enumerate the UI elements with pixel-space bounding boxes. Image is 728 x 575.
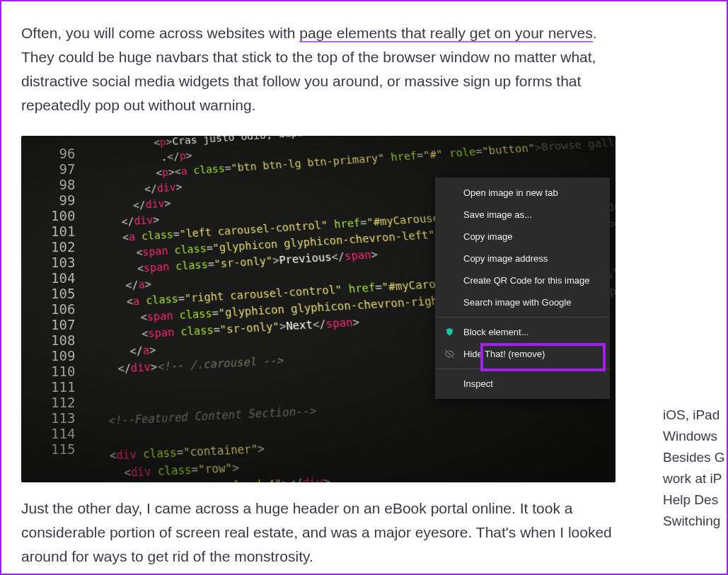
sidebar-line: work at iP	[663, 468, 727, 489]
line-number: 112	[51, 395, 75, 411]
line-number-gutter: 9697989910010110210310410510610710810911…	[51, 146, 75, 458]
line-number: 110	[51, 364, 75, 380]
context-menu-block-element[interactable]: Block element...	[435, 321, 610, 343]
context-menu-item[interactable]: Copy image address	[435, 248, 610, 269]
sidebar-line: Windows	[663, 426, 727, 447]
line-number: 96	[51, 146, 75, 162]
line-number: 99	[51, 193, 75, 209]
sidebar-line: Besides G	[663, 447, 727, 468]
context-menu: Open image in new tabSave image as...Cop…	[435, 178, 610, 399]
line-number: 104	[51, 271, 75, 286]
line-number: 113	[51, 411, 75, 426]
context-menu-item[interactable]: Create QR Code for this image	[435, 269, 610, 291]
context-menu-inspect[interactable]: Inspect	[435, 373, 610, 395]
line-number: 109	[51, 349, 75, 364]
line-number: 103	[51, 255, 75, 271]
line-number: 107	[51, 318, 75, 333]
context-menu-item-label: Hide That! (remove)	[463, 349, 545, 359]
context-menu-divider	[435, 317, 610, 318]
line-number: 115	[51, 442, 75, 458]
line-number: 101	[51, 224, 75, 240]
context-menu-item[interactable]: Copy image	[435, 226, 610, 248]
sidebar-line: Switching	[663, 511, 727, 532]
line-number: 111	[51, 380, 75, 395]
line-number: 102	[51, 240, 75, 255]
sidebar-line: Help Des	[663, 489, 727, 511]
context-menu-item-label: Block element...	[463, 327, 529, 337]
sidebar-line: iOS, iPad	[663, 405, 727, 426]
context-menu-item[interactable]: Open image in new tab	[435, 182, 610, 204]
line-number: 114	[51, 426, 75, 442]
context-menu-hide-that[interactable]: Hide That! (remove)	[435, 343, 610, 365]
eye-off-icon	[444, 349, 455, 360]
second-paragraph: Just the other day, I came across a huge…	[21, 496, 632, 569]
code-screenshot-image[interactable]: 9697989910010110210310410510610710810911…	[21, 136, 616, 482]
context-menu-item[interactable]: Save image as...	[435, 204, 610, 226]
para1-pre: Often, you will come across websites wit…	[21, 25, 299, 41]
line-number: 97	[51, 162, 75, 178]
shield-icon	[444, 327, 455, 338]
intro-paragraph: Often, you will come across websites wit…	[21, 21, 632, 117]
line-number: 108	[51, 333, 75, 349]
sidebar-partial-text: iOS, iPadWindowsBesides Gwork at iPHelp …	[663, 405, 727, 532]
page-elements-link[interactable]: page elements that really get on your ne…	[299, 25, 592, 42]
context-menu-item[interactable]: Search image with Google	[435, 291, 610, 313]
line-number: 106	[51, 302, 75, 318]
context-menu-divider	[435, 368, 610, 369]
line-number: 105	[51, 286, 75, 302]
line-number: 100	[51, 209, 75, 224]
line-number: 98	[51, 178, 75, 193]
